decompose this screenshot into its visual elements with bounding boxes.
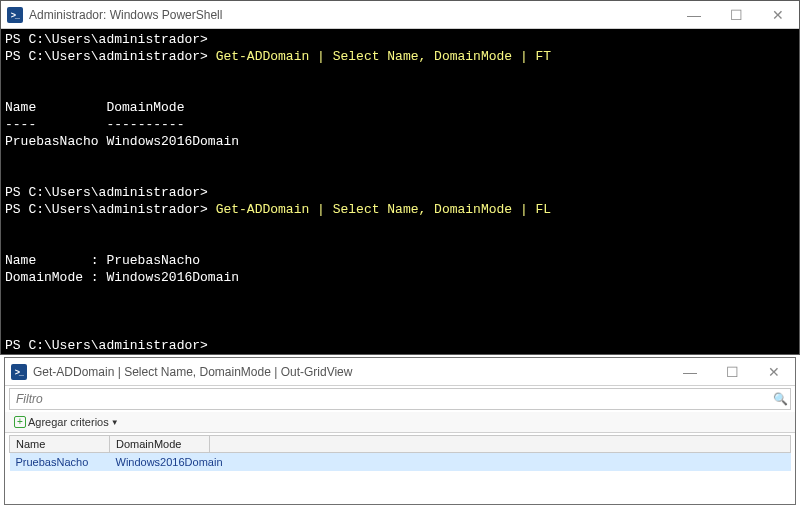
ps-window-title: Administrador: Windows PowerShell xyxy=(29,8,673,22)
powershell-window: Administrador: Windows PowerShell — ☐ ✕ … xyxy=(0,0,800,355)
table-row[interactable]: PruebasNacho Windows2016Domain xyxy=(10,453,791,472)
grid-table-wrap: Name DomainMode PruebasNacho Windows2016… xyxy=(9,435,791,471)
gridview-window: Get-ADDomain | Select Name, DomainMode |… xyxy=(4,357,796,505)
cell-name: PruebasNacho xyxy=(10,453,110,472)
grid-close-button[interactable]: ✕ xyxy=(753,358,795,386)
cell-domainmode: Windows2016Domain xyxy=(110,453,791,472)
add-criteria-button[interactable]: + Agregar criterios ▼ xyxy=(9,414,124,430)
grid-header-row: Name DomainMode xyxy=(10,436,791,453)
ft-header-name: Name xyxy=(5,100,36,115)
ps-title-bar[interactable]: Administrador: Windows PowerShell — ☐ ✕ xyxy=(1,1,799,29)
filter-input[interactable] xyxy=(10,390,770,408)
grid-title-bar[interactable]: Get-ADDomain | Select Name, DomainMode |… xyxy=(5,358,795,386)
powershell-icon xyxy=(11,364,27,380)
grid-minimize-button[interactable]: — xyxy=(669,358,711,386)
column-header-blank[interactable] xyxy=(210,436,791,453)
grid-window-title: Get-ADDomain | Select Name, DomainMode |… xyxy=(33,365,669,379)
add-criteria-label: Agregar criterios xyxy=(28,416,109,428)
fl-dm: DomainMode : Windows2016Domain xyxy=(5,270,239,285)
command-ft: Get-ADDomain | Select Name, DomainMode |… xyxy=(216,49,551,64)
filter-row: 🔍 xyxy=(9,388,791,410)
powershell-icon xyxy=(7,7,23,23)
ps-window-controls: — ☐ ✕ xyxy=(673,1,799,29)
ps-close-button[interactable]: ✕ xyxy=(757,1,799,29)
grid-window-controls: — ☐ ✕ xyxy=(669,358,795,386)
ft-row-name: PruebasNacho xyxy=(5,134,99,149)
search-icon[interactable]: 🔍 xyxy=(770,392,790,406)
prompt: PS C:\Users\administrador> xyxy=(5,49,208,64)
dropdown-icon: ▼ xyxy=(111,418,119,427)
grid-maximize-button[interactable]: ☐ xyxy=(711,358,753,386)
ft-header-dm: DomainMode xyxy=(106,100,184,115)
prompt: PS C:\Users\administrador> xyxy=(5,32,208,47)
fl-name: Name : PruebasNacho xyxy=(5,253,200,268)
ps-minimize-button[interactable]: — xyxy=(673,1,715,29)
criteria-bar: + Agregar criterios ▼ xyxy=(5,412,795,433)
terminal-output[interactable]: PS C:\Users\administrador> PS C:\Users\a… xyxy=(1,29,799,354)
prompt: PS C:\Users\administrador> xyxy=(5,185,208,200)
ps-maximize-button[interactable]: ☐ xyxy=(715,1,757,29)
ft-row-dm: Windows2016Domain xyxy=(106,134,239,149)
plus-icon: + xyxy=(14,416,26,428)
command-fl: Get-ADDomain | Select Name, DomainMode |… xyxy=(216,202,551,217)
ft-dash-name: ---- xyxy=(5,117,36,132)
prompt: PS C:\Users\administrador> xyxy=(5,202,208,217)
column-header-domainmode[interactable]: DomainMode xyxy=(110,436,210,453)
column-header-name[interactable]: Name xyxy=(10,436,110,453)
prompt: PS C:\Users\administrador> xyxy=(5,338,208,353)
grid-table: Name DomainMode PruebasNacho Windows2016… xyxy=(9,435,791,471)
ft-dash-dm: ---------- xyxy=(106,117,184,132)
